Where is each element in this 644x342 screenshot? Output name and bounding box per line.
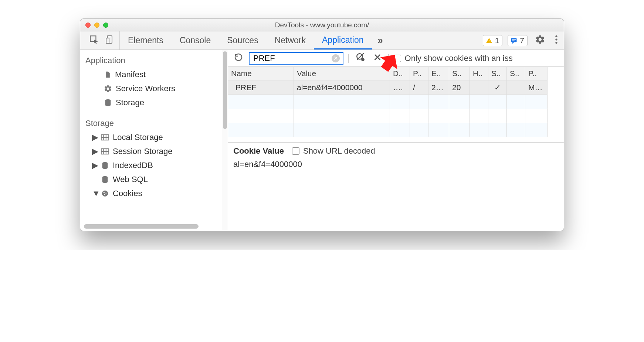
application-sidebar: Application Manifest Service Workers Sto… — [80, 50, 228, 231]
cookie-value-text: al=en&f4=4000000 — [233, 160, 559, 169]
sidebar-item-indexeddb[interactable]: ▶ IndexedDB — [84, 158, 228, 172]
cell-domain: …. — [390, 81, 410, 95]
reload-icon[interactable] — [232, 53, 245, 64]
database-icon — [101, 175, 109, 184]
window-title: DevTools - www.youtube.com/ — [80, 21, 564, 29]
svg-rect-3 — [489, 40, 489, 41]
cell-samesite — [507, 81, 525, 95]
col-priority[interactable]: P.. — [525, 67, 548, 81]
file-icon — [104, 70, 111, 79]
select-element-icon[interactable] — [89, 35, 99, 47]
cookies-panel: ✕ | | Only show cookies with an iss — [228, 50, 564, 231]
chevron-right-icon: ▶ — [92, 133, 97, 142]
sidebar-item-label: Local Storage — [113, 133, 163, 142]
checkbox-icon — [394, 55, 401, 62]
sidebar-scrollbar[interactable] — [222, 50, 228, 231]
section-application: Application — [84, 52, 228, 68]
device-toolbar-icon[interactable] — [105, 35, 114, 47]
tab-network[interactable]: Network — [267, 31, 314, 49]
sidebar-item-label: Storage — [116, 98, 144, 107]
sidebar-item-web-sql[interactable]: Web SQL — [84, 172, 228, 187]
col-name[interactable]: Name — [228, 67, 294, 81]
only-issues-label: Only show cookies with an iss — [405, 54, 513, 63]
svg-point-23 — [104, 192, 105, 193]
kebab-menu-icon[interactable] — [553, 35, 560, 47]
section-storage: Storage — [84, 115, 228, 130]
sidebar-item-app-storage[interactable]: Storage — [84, 96, 228, 110]
inspect-tools — [84, 31, 120, 49]
delete-icon[interactable] — [371, 53, 384, 64]
col-httponly[interactable]: H.. — [470, 67, 488, 81]
cookie-icon — [101, 189, 109, 198]
cookie-value-title: Cookie Value — [233, 146, 284, 156]
tab-sources[interactable]: Sources — [219, 31, 266, 49]
cookies-toolbar: ✕ | | Only show cookies with an iss — [228, 50, 564, 67]
panel-tabs: Elements Console Sources Network Applica… — [120, 31, 389, 49]
toolbar-right: 1 7 — [483, 34, 560, 47]
table-row[interactable] — [228, 95, 564, 109]
clear-all-icon[interactable] — [353, 52, 367, 64]
svg-point-22 — [102, 191, 108, 197]
settings-icon[interactable] — [533, 34, 548, 47]
svg-point-24 — [105, 193, 106, 194]
close-window-icon[interactable] — [85, 23, 91, 28]
messages-count: 7 — [520, 36, 524, 45]
chevron-right-icon: ▶ — [92, 161, 97, 170]
cell-priority: M… — [525, 81, 548, 95]
minimize-window-icon[interactable] — [94, 23, 99, 28]
maximize-window-icon[interactable] — [103, 23, 108, 28]
sidebar-item-label: Web SQL — [113, 175, 148, 184]
sidebar-item-local-storage[interactable]: ▶ Local Storage — [84, 130, 228, 144]
clear-filter-icon[interactable]: ✕ — [332, 54, 340, 62]
tabs-overflow-icon[interactable]: » — [372, 35, 389, 46]
sidebar-item-manifest[interactable]: Manifest — [84, 68, 228, 82]
only-issues-checkbox[interactable]: Only show cookies with an iss — [394, 54, 513, 63]
cell-secure: ✓ — [488, 81, 507, 95]
svg-point-26 — [357, 54, 362, 59]
chevron-down-icon: ▼ — [92, 189, 97, 198]
messages-badge[interactable]: 7 — [508, 35, 528, 46]
tab-console[interactable]: Console — [172, 31, 219, 49]
col-value[interactable]: Value — [294, 67, 390, 81]
sidebar-item-service-workers[interactable]: Service Workers — [84, 82, 228, 96]
svg-point-9 — [555, 38, 557, 40]
cell-name: PREF — [228, 81, 294, 95]
table-row[interactable] — [228, 123, 564, 137]
col-secure[interactable]: S.. — [488, 67, 507, 81]
window-titlebar: DevTools - www.youtube.com/ — [80, 19, 564, 31]
svg-rect-4 — [489, 41, 489, 42]
show-url-decoded-checkbox[interactable]: Show URL decoded — [292, 146, 375, 156]
col-size[interactable]: S.. — [449, 67, 470, 81]
separator: | — [347, 52, 350, 64]
sidebar-h-scrollbar[interactable] — [84, 224, 199, 229]
cell-path: / — [410, 81, 428, 95]
checkbox-icon — [292, 147, 299, 155]
sidebar-item-cookies[interactable]: ▼ Cookies — [84, 187, 228, 201]
table-row[interactable]: PREF al=en&f4=4000000 …. / 2… 20 ✓ M… — [228, 81, 564, 95]
sidebar-item-session-storage[interactable]: ▶ Session Storage — [84, 144, 228, 158]
database-icon — [101, 161, 109, 170]
cookies-table: Name Value D.. P.. E.. S.. H.. S.. S.. P… — [228, 67, 564, 143]
warnings-badge[interactable]: 1 — [483, 35, 503, 46]
svg-point-25 — [104, 194, 105, 195]
svg-point-8 — [555, 35, 557, 37]
table-row[interactable] — [228, 109, 564, 123]
cell-httponly — [470, 81, 488, 95]
svg-point-10 — [555, 42, 557, 44]
col-expires[interactable]: E.. — [428, 67, 449, 81]
svg-point-28 — [361, 58, 365, 61]
svg-rect-5 — [511, 38, 517, 42]
cookie-details: Cookie Value Show URL decoded al=en&f4=4… — [228, 143, 564, 231]
col-samesite[interactable]: S.. — [507, 67, 525, 81]
sidebar-item-label: Service Workers — [116, 84, 175, 93]
tab-elements[interactable]: Elements — [120, 31, 172, 49]
devtools-window: DevTools - www.youtube.com/ Elements Con… — [80, 18, 564, 231]
sidebar-item-label: IndexedDB — [113, 161, 153, 170]
col-domain[interactable]: D.. — [390, 67, 410, 81]
sidebar-item-label: Cookies — [113, 189, 142, 198]
table-icon — [101, 134, 109, 141]
tab-application[interactable]: Application — [314, 31, 372, 49]
filter-input[interactable]: ✕ — [249, 52, 343, 65]
col-path[interactable]: P.. — [410, 67, 428, 81]
filter-text[interactable] — [252, 53, 323, 64]
